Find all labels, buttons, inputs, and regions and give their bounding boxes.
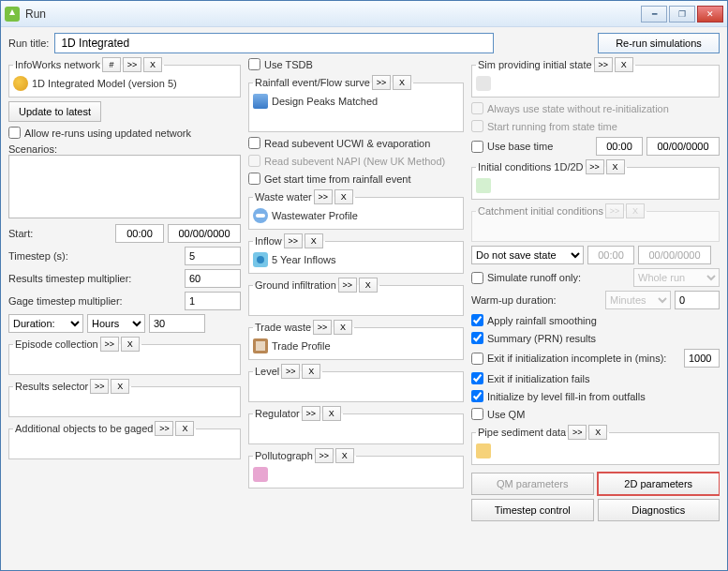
exit-incomplete-input[interactable] — [684, 349, 720, 368]
pollutograph-more-button[interactable]: >> — [315, 448, 334, 463]
inflow-group: Inflow >> X 5 Year Inflows — [248, 233, 464, 274]
maximize-button[interactable]: ❐ — [669, 6, 695, 23]
episode-clear-button[interactable]: X — [121, 337, 140, 352]
duration-mode-select[interactable]: Duration: — [8, 314, 83, 333]
duration-unit-select[interactable]: Hours — [87, 314, 145, 333]
run-title-row: Run title: Re-run simulations — [8, 33, 720, 53]
close-button[interactable]: ✕ — [697, 6, 723, 23]
regulator-group: Regulator >> X — [248, 406, 464, 444]
sim-state-more-button[interactable]: >> — [594, 57, 613, 72]
gauge-mult-input[interactable] — [185, 292, 241, 310]
qm-parameters-button: QM parameters — [471, 473, 594, 495]
inflow-name: 5 Year Inflows — [272, 254, 336, 265]
additional-objects-group: Additional objects to be gaged >> X — [8, 421, 241, 459]
simulate-runoff-checkbox[interactable] — [471, 272, 483, 284]
base-date-input[interactable] — [646, 137, 720, 156]
init-level-label: Initialize by level fill-in from outfall… — [487, 391, 646, 402]
waste-clear-button[interactable]: X — [334, 189, 353, 204]
save-state-time-input — [587, 246, 634, 264]
use-base-time-checkbox[interactable] — [471, 141, 483, 153]
ground-more-button[interactable]: >> — [338, 278, 357, 293]
sim-initial-state-group: Sim providing initial state >> X — [471, 57, 720, 98]
minimize-button[interactable]: ━ — [641, 6, 667, 23]
base-time-input[interactable] — [596, 137, 643, 156]
run-title-input[interactable] — [54, 33, 494, 53]
level-more-button[interactable]: >> — [281, 364, 300, 379]
network-clear-button[interactable]: X — [143, 57, 162, 72]
rainfall-clear-button[interactable]: X — [393, 75, 411, 90]
trade-icon — [253, 338, 268, 353]
use-qm-checkbox[interactable] — [471, 408, 483, 420]
trade-name: Trade Profile — [272, 340, 331, 352]
episode-more-button[interactable]: >> — [100, 337, 119, 352]
results-selector-more-button[interactable]: >> — [90, 379, 109, 394]
additional-objects-clear-button[interactable]: X — [175, 421, 194, 436]
diagnostics-button[interactable]: Diagnostics — [598, 499, 721, 521]
scenarios-textarea[interactable] — [8, 155, 241, 218]
rerun-simulations-button[interactable]: Re-run simulations — [598, 33, 720, 53]
catch-legend: Catchment initial conditions — [478, 205, 603, 217]
waste-water-group: Waste water >> X Wastewater Profile — [248, 189, 464, 230]
level-clear-button[interactable]: X — [302, 364, 320, 379]
bottom-button-grid: QM parameters 2D parameters Timestep con… — [471, 473, 720, 521]
initcond-clear-button[interactable]: X — [606, 159, 625, 174]
inflow-clear-button[interactable]: X — [305, 233, 323, 248]
2d-parameters-button[interactable]: 2D parameters — [598, 473, 721, 495]
content-area: Run title: Re-run simulations InfoWorks … — [1, 27, 727, 570]
summary-prn-checkbox[interactable] — [471, 332, 483, 344]
apply-smoothing-checkbox[interactable] — [471, 314, 483, 326]
waste-more-button[interactable]: >> — [314, 189, 333, 204]
app-icon — [5, 7, 20, 22]
save-state-select[interactable]: Do not save state — [471, 246, 584, 264]
exit-incomplete-checkbox[interactable] — [471, 353, 483, 365]
warmup-value-input[interactable] — [675, 291, 720, 309]
regulator-more-button[interactable]: >> — [302, 406, 320, 421]
timestep-input[interactable] — [185, 247, 241, 265]
rainfall-more-button[interactable]: >> — [372, 75, 391, 90]
results-selector-clear-button[interactable]: X — [111, 379, 129, 394]
allow-reruns-label: Allow re-runs using updated network — [24, 128, 191, 139]
duration-value-input[interactable] — [149, 314, 205, 333]
use-tsdb-checkbox[interactable] — [248, 58, 260, 70]
pipe-sed-more-button[interactable]: >> — [568, 425, 587, 440]
init-level-checkbox[interactable] — [471, 390, 483, 402]
right-column: Sim providing initial state >> X Always … — [471, 57, 720, 564]
warmup-unit-select: Minutes — [605, 291, 671, 309]
regulator-clear-button[interactable]: X — [322, 406, 341, 421]
inflow-more-button[interactable]: >> — [284, 233, 303, 248]
trade-clear-button[interactable]: X — [334, 320, 352, 335]
sim-state-clear-button[interactable]: X — [615, 57, 633, 72]
results-selector-group: Results selector >> X — [8, 379, 241, 417]
ground-clear-button[interactable]: X — [359, 278, 378, 293]
update-to-latest-button[interactable]: Update to latest — [8, 101, 101, 122]
start-date-input[interactable] — [168, 224, 241, 243]
timestep-control-button[interactable]: Timestep control — [471, 499, 594, 521]
pollutograph-clear-button[interactable]: X — [335, 448, 354, 463]
start-label: Start: — [8, 228, 111, 239]
initial-conditions-group: Initial conditions 1D/2D >> X — [471, 159, 720, 200]
start-time-input[interactable] — [115, 224, 164, 243]
additional-objects-more-button[interactable]: >> — [155, 421, 173, 436]
save-state-date-input — [638, 246, 711, 264]
allow-reruns-checkbox[interactable] — [8, 127, 21, 139]
start-from-state-checkbox — [471, 120, 483, 132]
simulate-runoff-label: Simulate runoff only: — [487, 272, 630, 283]
exit-fails-checkbox[interactable] — [471, 372, 483, 384]
read-ucwi-checkbox[interactable] — [248, 137, 260, 149]
results-mult-input[interactable] — [185, 269, 241, 288]
network-hash-button[interactable]: # — [102, 57, 121, 72]
catch-more-button: >> — [605, 203, 624, 218]
rainfall-group: Rainfall event/Flow surve >> X Design Pe… — [248, 75, 464, 132]
trade-more-button[interactable]: >> — [313, 320, 332, 335]
network-more-button[interactable]: >> — [123, 57, 141, 72]
exit-fails-label: Exit if initialization fails — [487, 373, 589, 384]
infoworks-network-group: InfoWorks network # >> X 1D Integrated M… — [8, 57, 241, 98]
initcond-more-button[interactable]: >> — [586, 159, 604, 174]
sim-state-legend: Sim providing initial state — [478, 59, 592, 70]
warmup-label: Warm-up duration: — [471, 294, 602, 306]
pollutograph-icon — [253, 467, 268, 482]
get-start-checkbox[interactable] — [248, 173, 260, 185]
network-name: 1D Integrated Model (version 5) — [32, 78, 177, 89]
pipe-sed-clear-button[interactable]: X — [588, 425, 607, 440]
always-use-state-label: Always use state without re-initializati… — [487, 103, 669, 114]
